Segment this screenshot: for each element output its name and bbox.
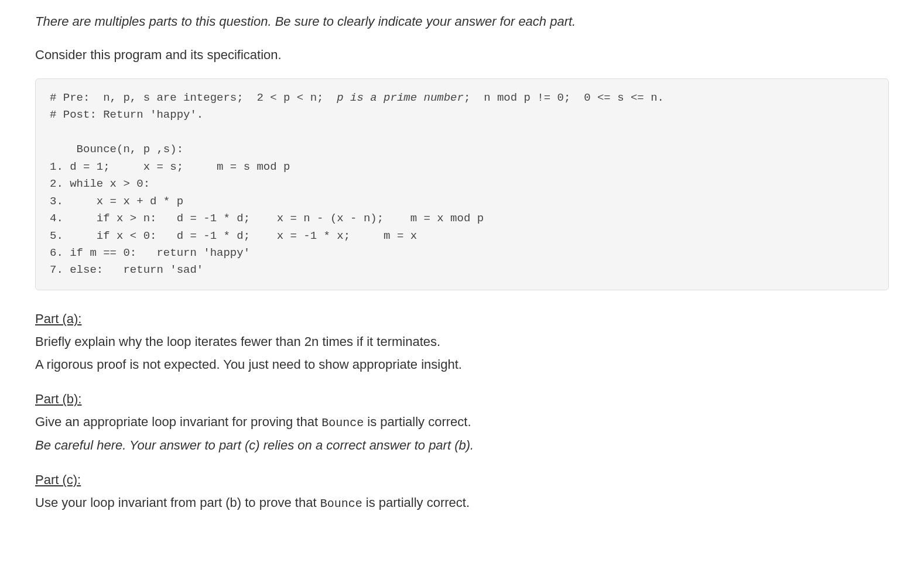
part-c-line1-pre: Use your loop invariant from part (b) to… <box>35 495 320 510</box>
code-line7: 7. else: return 'sad' <box>50 263 203 276</box>
part-c-line1-code: Bounce <box>320 497 362 510</box>
code-post: # Post: Return 'happy'. <box>50 108 203 121</box>
part-b-line1-post: is partially correct. <box>364 414 471 429</box>
part-c-heading: Part (c): <box>35 470 889 489</box>
part-b-line1: Give an appropriate loop invariant for p… <box>35 412 889 432</box>
code-line1: 1. d = 1; x = s; m = s mod p <box>50 160 290 173</box>
code-pre-suffix: ; n mod p != 0; 0 <= s <= n. <box>464 91 664 104</box>
code-line5: 5. if x < 0: d = -1 * d; x = -1 * x; m =… <box>50 229 417 242</box>
code-line3: 3. x = x + d * p <box>50 195 183 208</box>
code-line6: 6. if m == 0: return 'happy' <box>50 246 250 259</box>
code-line4: 4. if x > n: d = -1 * d; x = n - (x - n)… <box>50 212 484 225</box>
code-pre-italic: p is a prime number <box>337 91 464 104</box>
part-a-line2: A rigorous proof is not expected. You ju… <box>35 355 889 374</box>
part-a-line1: Briefly explain why the loop iterates fe… <box>35 332 889 351</box>
code-funcsig: Bounce(n, p ,s): <box>50 143 183 156</box>
part-b-heading: Part (b): <box>35 389 889 409</box>
part-b-line2: Be careful here. Your answer to part (c)… <box>35 435 889 455</box>
code-pre-prefix: # Pre: n, p, s are integers; 2 < p < n; <box>50 91 337 104</box>
code-line2: 2. while x > 0: <box>50 177 150 190</box>
part-a-heading: Part (a): <box>35 309 889 328</box>
intro-instruction: There are multiples parts to this questi… <box>35 12 889 31</box>
part-b-line1-code: Bounce <box>321 416 364 430</box>
part-c-line1: Use your loop invariant from part (b) to… <box>35 493 889 513</box>
code-block: # Pre: n, p, s are integers; 2 < p < n; … <box>35 78 889 290</box>
part-b-line1-pre: Give an appropriate loop invariant for p… <box>35 414 321 429</box>
part-c-line1-post: is partially correct. <box>362 495 470 510</box>
intro-consider: Consider this program and its specificat… <box>35 45 889 64</box>
